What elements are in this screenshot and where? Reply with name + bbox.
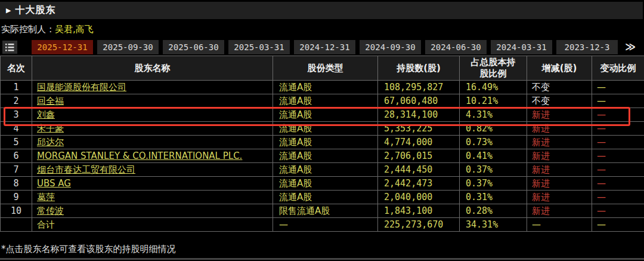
share-type-cell: 流通A股 <box>273 177 378 191</box>
shareholder-row: 7烟台市春达工贸有限公司流通A股2,444,4500.37%新进— <box>1 163 644 177</box>
name-cell: 国晟能源股份有限公司 <box>32 81 273 94</box>
name-cell: 常传波 <box>32 204 273 218</box>
date-tab-2025-03-31[interactable]: 2025-03-31 <box>228 40 290 54</box>
percent-cell: 0.31% <box>460 191 527 204</box>
actual-controller-value: 吴君,高飞 <box>55 24 94 35</box>
ratio-cell: — <box>592 149 644 163</box>
percent-cell: 0.73% <box>460 136 527 149</box>
ratio-cell: — <box>592 81 644 94</box>
shareholder-name-link[interactable]: 邱达尔 <box>37 137 64 148</box>
shares-cell: 67,060,480 <box>378 94 460 108</box>
shareholder-row: 2回全福流通A股67,060,48010.21%不变— <box>1 94 644 108</box>
shareholder-table-body: 1国晟能源股份有限公司流通A股108,295,82716.49%不变—2回全福流… <box>1 81 644 232</box>
shares-cell: 2,444,450 <box>378 163 460 177</box>
bottom-divider <box>0 258 644 260</box>
date-tab-2025-09-30[interactable]: 2025-09-30 <box>97 40 159 54</box>
change-cell: 不变 <box>527 81 592 94</box>
col-name-header: 股东名称 <box>32 56 273 81</box>
change-cell: 新进 <box>527 204 592 218</box>
name-cell: 宋子豪 <box>32 122 273 136</box>
rank-cell: 8 <box>1 177 32 191</box>
change-cell: 新进 <box>527 149 592 163</box>
percent-cell: 0.37% <box>460 163 527 177</box>
col-change-header: 增减(股) <box>527 56 592 81</box>
change-cell: 新进 <box>527 108 592 122</box>
list-icon <box>5 44 14 51</box>
shareholder-row: 10常传波限售流通A股1,843,1000.28%新进— <box>1 204 644 218</box>
name-cell: 烟台市春达工贸有限公司 <box>32 163 273 177</box>
rank-cell: 3 <box>1 108 32 122</box>
name-cell: 刘鑫 <box>32 108 273 122</box>
actual-controller-line: 实际控制人：吴君,高飞 <box>1 24 94 35</box>
shareholder-name-link[interactable]: UBS AG <box>37 178 71 189</box>
col-shares-header: 持股数(股) <box>378 56 460 81</box>
change-cell: — <box>527 218 592 232</box>
table-header-row: 名次 股东名称 股份类型 持股数(股) 占总股本持 股比例 增减(股) 变动比例 <box>1 56 644 81</box>
shareholder-name-link[interactable]: 国晟能源股份有限公司 <box>37 82 126 93</box>
col-ratio-header: 变动比例 <box>592 56 644 81</box>
date-tab-bar: 2025-12-312025-09-302025-06-302025-03-31… <box>0 40 644 54</box>
rank-cell <box>1 218 32 232</box>
ratio-cell: — <box>592 122 644 136</box>
top-shareholders-panel: ▶ 十大股东 实际控制人：吴君,高飞 2025-12-312025-09-302… <box>0 0 644 261</box>
rank-cell: 10 <box>1 204 32 218</box>
percent-cell: 10.21% <box>460 94 527 108</box>
shareholder-name-link[interactable]: 常传波 <box>37 205 64 216</box>
shares-cell: 2,706,015 <box>378 149 460 163</box>
shareholder-name-link[interactable]: 宋子豪 <box>37 123 64 134</box>
date-tab-2024-03-31[interactable]: 2024-03-31 <box>491 40 552 54</box>
date-tab-2025-12-31[interactable]: 2025-12-31 <box>32 40 93 54</box>
footnote: *点击股东名称可查看该股东的持股明细情况 <box>1 244 176 255</box>
shareholder-row: 6MORGAN STANLEY & CO.INTERNATIONAL PLC.流… <box>1 149 644 163</box>
col-share-type-header: 股份类型 <box>273 56 378 81</box>
ratio-cell: — <box>592 108 644 122</box>
name-cell: 合计 <box>32 218 273 232</box>
percent-cell: 0.37% <box>460 177 527 191</box>
shareholder-name-link[interactable]: 回全福 <box>37 96 64 106</box>
rank-cell: 5 <box>1 136 32 149</box>
rank-cell: 6 <box>1 149 32 163</box>
date-tab-2025-06-30[interactable]: 2025-06-30 <box>163 40 224 54</box>
ratio-cell: — <box>592 163 644 177</box>
rank-cell: 2 <box>1 94 32 108</box>
shareholder-row: 1国晟能源股份有限公司流通A股108,295,82716.49%不变— <box>1 81 644 94</box>
section-header[interactable]: ▶ 十大股东 <box>0 2 643 19</box>
section-title: 十大股东 <box>15 4 55 17</box>
percent-cell: 0.28% <box>460 204 527 218</box>
shareholder-row: 3刘鑫流通A股28,314,1004.31%新进— <box>1 108 644 122</box>
shares-cell: 108,295,827 <box>378 81 460 94</box>
date-tab-2024-06-30[interactable]: 2024-06-30 <box>425 40 487 54</box>
actual-controller-label: 实际控制人： <box>1 24 55 35</box>
shareholder-name-link[interactable]: 刘鑫 <box>37 109 55 120</box>
shareholder-name-link[interactable]: 烟台市春达工贸有限公司 <box>37 164 135 175</box>
share-type-cell: 流通A股 <box>273 108 378 122</box>
name-cell: 葛萍 <box>32 191 273 204</box>
ratio-cell: — <box>592 177 644 191</box>
date-tab-2024-09-30[interactable]: 2024-09-30 <box>360 40 421 54</box>
name-cell: UBS AG <box>32 177 273 191</box>
percent-cell: 4.31% <box>460 108 527 122</box>
rank-cell: 7 <box>1 163 32 177</box>
shareholder-name-link[interactable]: MORGAN STANLEY & CO.INTERNATIONAL PLC. <box>37 151 242 161</box>
ratio-cell: — <box>592 94 644 108</box>
shares-cell: 4,774,000 <box>378 136 460 149</box>
shareholder-name-link[interactable]: 葛萍 <box>37 192 55 202</box>
name-cell: 邱达尔 <box>32 136 273 149</box>
shares-cell: 225,273,670 <box>378 218 460 232</box>
share-type-cell: 限售流通A股 <box>273 204 378 218</box>
change-cell: 新进 <box>527 191 592 204</box>
col-rank-header: 名次 <box>1 56 32 81</box>
shareholder-row: 4宋子豪流通A股5,353,2250.82%新进— <box>1 122 644 136</box>
share-type-cell: 流通A股 <box>273 163 378 177</box>
shares-cell: 28,314,100 <box>378 108 460 122</box>
shares-cell: 1,843,100 <box>378 204 460 218</box>
name-cell: 回全福 <box>32 94 273 108</box>
ratio-cell: — <box>592 191 644 204</box>
date-tab-2023-12-3[interactable]: 2023-12-3 <box>556 40 618 54</box>
more-dates-button[interactable]: ≫ <box>625 40 636 54</box>
change-cell: 不变 <box>527 94 592 108</box>
shares-cell: 5,353,225 <box>378 122 460 136</box>
share-type-cell: — <box>273 218 378 232</box>
list-view-button[interactable] <box>2 41 17 54</box>
date-tab-2024-12-31[interactable]: 2024-12-31 <box>294 40 355 54</box>
